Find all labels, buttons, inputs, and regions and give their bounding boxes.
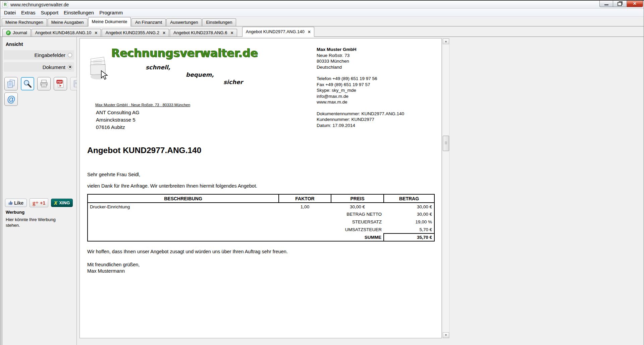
- werbung-text: Hier könnte Ihre Werbung stehen.: [6, 217, 59, 228]
- tab-close-icon[interactable]: [95, 29, 97, 37]
- document-page: Rechnungsverwalter.de schnell, bequem, s…: [79, 38, 442, 338]
- table-header-row: BESCHREIBUNG FAKTOR PREIS BETRAG: [88, 194, 434, 203]
- window-title: www.rechnungsverwalter.de: [10, 2, 69, 7]
- recipient-city: 07616 Aubitz: [96, 124, 140, 131]
- eingabefelder-radio[interactable]: [68, 53, 72, 57]
- tagline-schnell: schnell,: [146, 64, 170, 71]
- copy-icon: [7, 79, 15, 88]
- sender-line: Max Muster GmbH · Neue Roßstr. 73 · 8033…: [95, 103, 190, 107]
- table-summary-row: UMSATZSTEUER 5,70 €: [88, 226, 434, 233]
- email-toolbar: @: [4, 92, 18, 106]
- recipient-street: Amsinckstrasse 5: [96, 116, 140, 124]
- customer-number: Kundennummer: KUND2977: [317, 117, 404, 123]
- email-icon: @: [7, 94, 15, 104]
- main-tabstrip: Meine Rechnungen Meine Ausgaben Meine Do…: [0, 17, 644, 26]
- close-button[interactable]: [627, 1, 643, 7]
- menu-support[interactable]: Support: [38, 9, 61, 17]
- radio-row-dokument[interactable]: Dokument: [4, 62, 74, 72]
- xing-button[interactable]: X XING: [51, 199, 73, 207]
- journal-check-icon: [6, 30, 11, 35]
- menu-programm[interactable]: Programm: [97, 9, 125, 17]
- tab-close-icon[interactable]: [231, 29, 233, 37]
- app-window: www.rechnungsverwalter.de Datei Extras S…: [0, 0, 644, 345]
- ansicht-label: Ansicht: [6, 42, 23, 47]
- tagline-sicher: sicher: [223, 79, 243, 85]
- paper-stack-icon: [89, 56, 111, 81]
- tab-close-icon[interactable]: [163, 29, 165, 37]
- scroll-up-icon[interactable]: [443, 39, 449, 44]
- logo: Rechnungsverwalter.de schnell, bequem, s…: [89, 45, 247, 86]
- menubar: Datei Extras Support Einstellungen Progr…: [0, 9, 644, 17]
- tab-meine-dokumente[interactable]: Meine Dokumente: [88, 17, 131, 26]
- google-plusone-button[interactable]: g+ +1: [30, 198, 48, 207]
- app-icon: [2, 2, 8, 7]
- document-viewer: Rechnungsverwalter.de schnell, bequem, s…: [77, 37, 644, 345]
- pdf-export-button[interactable]: PDF: [54, 77, 67, 90]
- menu-extras[interactable]: Extras: [18, 9, 38, 17]
- document-tabstrip: Journal Angebot KUND4618.ANG.10 Angebot …: [0, 26, 644, 37]
- werbung-title: Werbung: [6, 210, 24, 215]
- document-toolbar: PDF: [4, 77, 84, 90]
- offer-heading: Angebot KUND2977.ANG.140: [87, 146, 201, 155]
- tab-angebot-kund2355[interactable]: Angebot KUND2355.ANG.2: [102, 29, 169, 37]
- thumbs-up-icon: [8, 201, 13, 205]
- zoom-icon: [23, 79, 32, 88]
- splitter-handle[interactable]: [1, 37, 2, 345]
- dokument-radio[interactable]: [68, 65, 72, 69]
- vertical-scrollbar[interactable]: [442, 38, 449, 338]
- tab-einstellungen[interactable]: Einstellungen: [202, 18, 236, 26]
- titlebar: www.rechnungsverwalter.de: [0, 0, 644, 9]
- svg-text:PDF: PDF: [57, 81, 62, 83]
- recipient-block: ANT Consulting AG Amsinckstrasse 5 07616…: [96, 109, 140, 131]
- facebook-like-button[interactable]: Like: [5, 199, 27, 207]
- radio-row-eingabefelder[interactable]: Eingabefelder: [4, 50, 74, 60]
- pdf-icon: PDF: [56, 79, 65, 88]
- salutation: Sehr geehrte Frau Seidl,: [87, 172, 140, 177]
- company-block: Max Muster GmbH Neue Roßstr. 73 80333 Mü…: [317, 47, 404, 128]
- tagline-bequem: bequem,: [186, 71, 214, 78]
- table-sum-row: SUMME 35,70 €: [88, 233, 434, 241]
- document-number: Dokumentennummer: KUND2977.ANG.140: [317, 111, 404, 117]
- print-icon: [40, 79, 48, 88]
- tab-close-icon[interactable]: [308, 28, 311, 36]
- tab-an-finanzamt[interactable]: An Finanzamt: [131, 18, 166, 26]
- tab-meine-ausgaben[interactable]: Meine Ausgaben: [48, 18, 88, 26]
- regards-line: Mit freundlichen grüßen,: [87, 262, 140, 268]
- scroll-down-icon[interactable]: [443, 332, 449, 338]
- xing-icon: X: [54, 200, 57, 206]
- brand-text: Rechnungsverwalter.de: [111, 47, 258, 60]
- tab-meine-rechnungen[interactable]: Meine Rechnungen: [2, 18, 47, 26]
- scrollbar-thumb[interactable]: [443, 136, 449, 151]
- menu-einstellungen[interactable]: Einstellungen: [61, 9, 97, 17]
- table-summary-row: BETRAG NETTO 30,00 €: [88, 210, 434, 218]
- print-button[interactable]: [37, 77, 51, 90]
- tab-journal[interactable]: Journal: [2, 29, 31, 37]
- intro-text: vielen Dank für Ihre Anfrage. Wir unterb…: [87, 183, 257, 189]
- table-summary-row: STEUERSATZ 19,00 %: [88, 218, 434, 226]
- signature-block: Mit freundlichen grüßen, Max Mustermann: [87, 262, 140, 274]
- social-buttons: Like g+ +1 X XING: [5, 198, 73, 207]
- restore-button[interactable]: [613, 1, 627, 7]
- company-name: Max Muster GmbH: [317, 47, 404, 53]
- signature-name: Max Mustermann: [87, 268, 140, 274]
- tab-angebot-kund2977[interactable]: Angebot KUND2977.ANG.140: [242, 27, 314, 37]
- body: Ansicht Eingabefelder Dokument: [0, 37, 644, 345]
- window-controls: [599, 1, 643, 7]
- document-date: Datum: 17.09.2014: [317, 123, 404, 129]
- email-button[interactable]: @: [4, 92, 18, 106]
- menu-datei[interactable]: Datei: [1, 9, 18, 17]
- tab-angebot-kund2378[interactable]: Angebot KUND2378.ANG.6: [170, 29, 237, 37]
- sidebar: Ansicht Eingabefelder Dokument: [0, 37, 77, 345]
- table-row: Drucker-Einrichtung 1,00 30,00 € 30,00 €: [88, 203, 434, 210]
- copy-button[interactable]: [4, 77, 18, 90]
- offer-table: BESCHREIBUNG FAKTOR PREIS BETRAG Drucker…: [87, 194, 435, 242]
- closing-text: Wir hoffen, dass Ihnen unser Angebot zus…: [87, 249, 288, 254]
- zoom-button[interactable]: [21, 77, 34, 90]
- tab-angebot-kund4618[interactable]: Angebot KUND4618.ANG.10: [32, 29, 101, 37]
- gplus-icon: g+: [33, 200, 39, 206]
- minimize-button[interactable]: [599, 1, 613, 7]
- tab-auswertungen[interactable]: Auswertungen: [166, 18, 202, 26]
- recipient-name: ANT Consulting AG: [96, 109, 140, 116]
